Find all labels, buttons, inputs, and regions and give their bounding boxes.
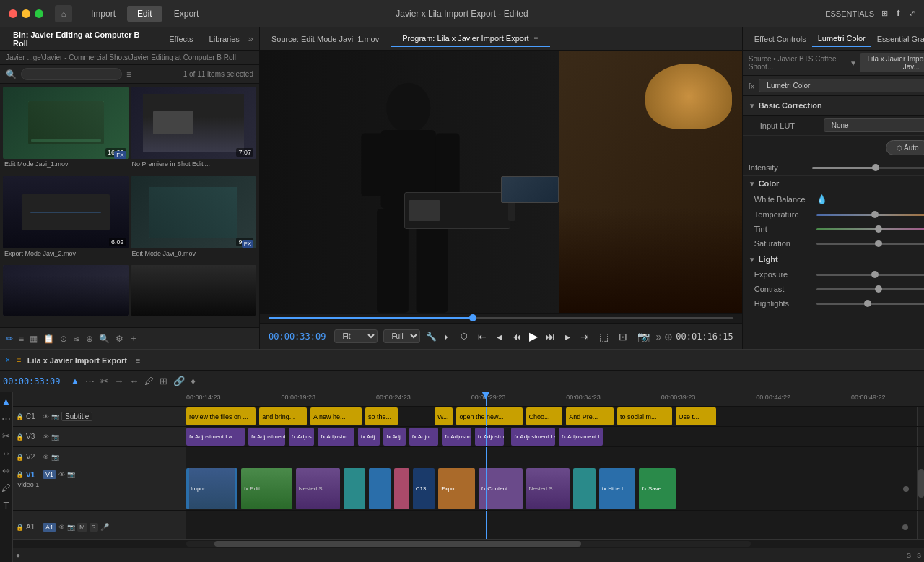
video-clip[interactable]: C13	[413, 468, 435, 509]
mark-in-btn[interactable]: ⏵	[440, 331, 453, 342]
search2-icon[interactable]: 🔍	[99, 334, 110, 344]
track-eye-a1[interactable]: 👁	[58, 524, 65, 531]
home-button[interactable]: ⌂	[55, 5, 72, 22]
metadata-icon[interactable]: 📋	[43, 334, 54, 344]
export-frame-btn[interactable]: 📷	[635, 329, 653, 344]
adjustment-clip[interactable]: fx Adjustment L	[559, 428, 603, 446]
sort-icon[interactable]: ≋	[73, 334, 80, 344]
track-lock-a1[interactable]: 🔒	[16, 524, 24, 531]
source-tab[interactable]: Source: Edit Mode Javi_1.mov	[260, 32, 391, 46]
pen-tool[interactable]: 🖊	[143, 374, 155, 388]
ripple-edit-icon[interactable]: ⋯	[1, 412, 12, 424]
search-input[interactable]	[21, 68, 122, 80]
video-clip[interactable]	[394, 468, 409, 509]
track-camera-v3[interactable]: 📷	[51, 433, 59, 441]
minimize-button[interactable]	[22, 9, 30, 18]
expand-icon[interactable]: ⊞	[881, 9, 888, 18]
list-item[interactable]: 6:02 Export Mode Javi_2.mov	[3, 176, 129, 264]
track-camera-v2[interactable]: 📷	[51, 454, 59, 461]
intensity-slider[interactable]	[812, 167, 924, 169]
mark-out-btn[interactable]: ⬡	[458, 330, 471, 342]
tint-slider[interactable]	[816, 228, 924, 230]
track-lock-v3[interactable]: 🔒	[16, 433, 24, 441]
panel-settings-icon[interactable]: ⚙	[116, 334, 123, 344]
selection-tool[interactable]: ▲	[69, 374, 81, 388]
video-clip[interactable]: fx Edit	[241, 468, 292, 509]
button-editor-icon[interactable]: »	[655, 331, 661, 342]
a1-s-btn[interactable]: S	[90, 523, 98, 532]
list-item[interactable]: 16:03 FX Edit Mode Javi_1.mov	[3, 87, 129, 175]
filter-icon[interactable]: ⊙	[60, 334, 67, 344]
video-clip[interactable]: Nested S	[526, 468, 570, 509]
adjustment-clip[interactable]: fx Adjustment Lay	[248, 428, 285, 446]
slip-tool[interactable]: ↔	[128, 374, 140, 388]
essential-graphics-tab[interactable]: Essential Graphics	[871, 32, 924, 46]
basic-correction-header[interactable]: ▼ Basic Correction ✓	[743, 96, 924, 116]
input-lut-dropdown[interactable]: None	[824, 118, 924, 132]
subtitle-clip[interactable]: open the new...	[456, 407, 522, 425]
saturation-slider[interactable]	[816, 243, 924, 245]
adjustment-clip[interactable]: fx Adj	[358, 428, 380, 446]
video-clip[interactable]: fx Content	[479, 468, 523, 509]
h-scrollbar-track[interactable]	[186, 541, 751, 547]
list-item[interactable]: 7:07 No Premiere in Shot Editi...	[131, 87, 257, 175]
video-clip[interactable]: Nested S	[296, 468, 340, 509]
subtitle-clip[interactable]: so the...	[365, 407, 398, 425]
wrench-icon[interactable]: 🔧	[426, 332, 437, 342]
pen-edit-icon[interactable]: 🖊	[1, 482, 12, 493]
adjustment-clip[interactable]: fx Adj	[383, 428, 405, 446]
adjustment-clip[interactable]: fx Adjus	[289, 428, 314, 446]
video-clip[interactable]	[344, 468, 365, 509]
edit-tab[interactable]: Edit	[127, 6, 162, 22]
adjustment-clip[interactable]: fx Adjustment La	[186, 428, 245, 446]
subtitle-clip[interactable]: And Pre...	[566, 407, 614, 425]
scrubber-track[interactable]	[269, 317, 733, 319]
subtitle-clip[interactable]: and bring...	[259, 407, 307, 425]
step-fwd2-btn[interactable]: ▸	[562, 329, 573, 344]
track-eye-v3[interactable]: 👁	[43, 433, 49, 441]
razor-tool[interactable]: ✂	[99, 374, 110, 388]
list-item[interactable]: 9:09 FX Edit Mode Javi_0.mov	[131, 176, 257, 264]
track-eye-v1[interactable]: 👁	[58, 471, 65, 478]
sequence-btn[interactable]: Lila x Javier Import Export • Jav...	[860, 53, 924, 72]
video-clip[interactable]: Impor	[186, 468, 237, 509]
subtitle-clip[interactable]: review the files on ...	[186, 407, 256, 425]
a1-mic-icon[interactable]: 🎤	[100, 523, 109, 531]
go-in-btn[interactable]: ⇤	[475, 329, 489, 344]
video-clip[interactable]: fx Save	[639, 468, 676, 509]
video-clip[interactable]	[369, 468, 391, 509]
maximize-button[interactable]	[35, 9, 43, 18]
timeline-menu-icon[interactable]: ≡	[17, 356, 22, 364]
type-tool-icon[interactable]: T	[1, 499, 12, 511]
pencil-icon[interactable]: ✏	[6, 334, 13, 344]
panel-expand-icon[interactable]: »	[248, 33, 253, 44]
adjustment-clip[interactable]: fx Adjustme	[475, 428, 504, 446]
timeline-timecode[interactable]: 00:00:33:09	[3, 376, 60, 386]
libraries-tab[interactable]: Libraries	[202, 32, 247, 46]
quality-select[interactable]: Full 1/2 1/4	[383, 329, 420, 343]
insert-btn[interactable]: ⬚	[596, 329, 611, 344]
contrast-slider[interactable]	[816, 288, 924, 290]
program-tab[interactable]: Program: Lila x Javier Import Export ≡	[391, 31, 549, 47]
adjustment-clip[interactable]: fx Adjustment L	[442, 428, 471, 446]
snap-toggle[interactable]: ⊞	[158, 374, 169, 388]
subtitle-clip[interactable]: Use t...	[676, 407, 716, 425]
a1-target-btn[interactable]: A1	[43, 523, 56, 532]
highlights-slider[interactable]	[816, 303, 924, 305]
share-icon[interactable]: ⬆	[895, 9, 902, 18]
bin-tab[interactable]: Bin: Javier Editing at Computer B Roll	[6, 27, 160, 51]
marker-btn[interactable]: ♦	[189, 374, 197, 388]
subtitle-clip[interactable]: to social m...	[617, 407, 672, 425]
fit-select[interactable]: Fit 25% 50% 100%	[334, 329, 378, 343]
import-tab[interactable]: Import	[81, 6, 126, 22]
pointer-tool-icon[interactable]: ▲	[1, 395, 12, 407]
track-camera-a1[interactable]: 📷	[67, 524, 75, 531]
track-lock-v1[interactable]: 🔒	[16, 471, 24, 478]
go-out-btn[interactable]: ⇥	[578, 329, 592, 344]
step-fwd-btn[interactable]: ⏭	[542, 329, 558, 344]
zoom-icon[interactable]: ⊕	[86, 334, 93, 344]
overwrite-btn[interactable]: ⊡	[616, 329, 630, 344]
list-item[interactable]	[3, 265, 129, 324]
scrubber-head[interactable]	[469, 314, 476, 321]
effects-tab[interactable]: Effects	[162, 32, 200, 46]
